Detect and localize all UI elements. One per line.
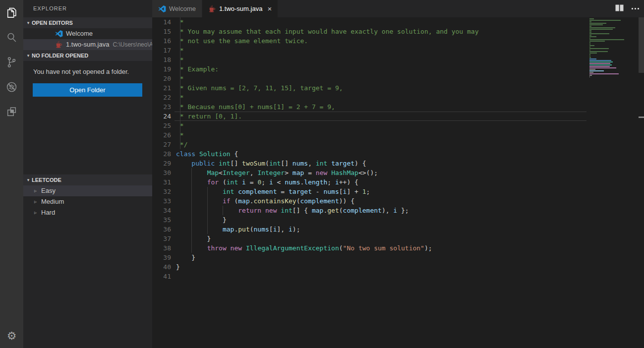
- leetcode-item-hard[interactable]: ▹Hard: [23, 207, 152, 218]
- minimap-line: [589, 45, 594, 46]
- minimap-line: [589, 33, 609, 34]
- line-content: if (map.containsKey(complement)) {: [176, 196, 354, 206]
- line-content: * Because nums[0] + nums[1] = 2 + 7 = 9,: [176, 102, 335, 112]
- tab-bar: Welcome1.two-sum.java×: [152, 0, 644, 17]
- minimap-line: [589, 57, 591, 58]
- minimap-line: [589, 18, 594, 19]
- minimap-line: [589, 32, 591, 33]
- minimap-line: [589, 23, 606, 24]
- section-label: NO FOLDER OPENED: [32, 50, 88, 61]
- line-number: 29: [152, 159, 171, 168]
- settings-gear-icon[interactable]: ⚙: [0, 327, 23, 344]
- line-content: */: [176, 140, 187, 149]
- leetcode-item-medium[interactable]: ▹Medium: [23, 196, 152, 207]
- close-tab-icon[interactable]: ×: [267, 5, 272, 12]
- open-folder-button[interactable]: Open Folder: [33, 83, 142, 97]
- code-line-27[interactable]: 27 */: [152, 140, 644, 149]
- line-number: 17: [152, 46, 171, 55]
- leetcode-item-easy[interactable]: ▹Easy: [23, 185, 152, 196]
- line-number: 27: [152, 140, 171, 149]
- code-line-32[interactable]: 32 int complement = target - nums[i] + 1…: [152, 187, 644, 196]
- code-line-16[interactable]: 16 * not use the same element twice.: [152, 36, 644, 46]
- scrollbar-thumb[interactable]: [639, 17, 644, 73]
- code-line-17[interactable]: 17 *: [152, 46, 644, 55]
- item-label: Hard: [41, 207, 55, 218]
- code-line-39[interactable]: 39 }: [152, 253, 644, 262]
- code-line-36[interactable]: 36 map.put(nums[i], i);: [152, 225, 644, 234]
- minimap-line: [589, 56, 590, 57]
- section-header-no-folder[interactable]: ▾ NO FOLDER OPENED: [23, 50, 152, 61]
- code-editor[interactable]: 14 *15 * You may assume that each input …: [152, 17, 644, 348]
- minimap-line: [589, 44, 590, 45]
- split-editor-icon[interactable]: [615, 4, 624, 13]
- sidebar-title: EXPLORER: [23, 0, 152, 17]
- line-content: * not use the same element twice.: [176, 36, 308, 46]
- code-line-26[interactable]: 26 *: [152, 130, 644, 140]
- search-icon[interactable]: [0, 25, 23, 50]
- item-label: Easy: [41, 185, 56, 196]
- code-line-22[interactable]: 22 *: [152, 93, 644, 102]
- tab-actions: [615, 0, 639, 17]
- minimap-line: [589, 60, 611, 61]
- minimap-line: [589, 54, 590, 55]
- line-content: public int[] twoSum(int[] nums, int targ…: [176, 159, 366, 168]
- minimap-line: [589, 67, 616, 68]
- code-line-31[interactable]: 31 for (int i = 0; i < nums.length; i++)…: [152, 177, 644, 187]
- minimap-line: [589, 39, 624, 40]
- source-control-icon[interactable]: [0, 50, 23, 74]
- tab-1.two-sum.java[interactable]: 1.two-sum.java×: [202, 0, 278, 17]
- code-line-41[interactable]: 41: [152, 272, 644, 281]
- line-number: 25: [152, 121, 171, 130]
- java-icon: [208, 5, 216, 13]
- vscode-icon: [158, 5, 166, 13]
- line-content: }: [176, 234, 211, 243]
- open-editors-list: Welcome1.two-sum.javaC:\Users\neo\AppDa.…: [23, 28, 152, 50]
- code-line-29[interactable]: 29 public int[] twoSum(int[] nums, int t…: [152, 159, 644, 168]
- line-number: 35: [152, 215, 171, 225]
- minimap-line: [589, 50, 590, 51]
- code-line-19[interactable]: 19 * Example:: [152, 64, 644, 74]
- extensions-icon[interactable]: [0, 99, 23, 124]
- tab-label: 1.two-sum.java: [219, 5, 262, 12]
- line-content: * Given nums = [2, 7, 11, 15], target = …: [176, 83, 343, 93]
- tab-welcome[interactable]: Welcome: [152, 0, 202, 17]
- code-line-35[interactable]: 35 }: [152, 215, 644, 225]
- code-line-30[interactable]: 30 Map<Integer, Integer> map = new HashM…: [152, 168, 644, 177]
- code-line-23[interactable]: 23 * Because nums[0] + nums[1] = 2 + 7 =…: [152, 102, 644, 112]
- files-icon[interactable]: [0, 0, 23, 25]
- section-header-open-editors[interactable]: ▾ OPEN EDITORS: [23, 17, 152, 28]
- line-number: 19: [152, 64, 171, 74]
- minimap-line: [589, 47, 590, 48]
- code-line-18[interactable]: 18 *: [152, 55, 644, 64]
- code-line-25[interactable]: 25 *: [152, 121, 644, 130]
- code-line-34[interactable]: 34 return new int[] { map.get(complement…: [152, 206, 644, 215]
- code-line-40[interactable]: 40}: [152, 262, 644, 272]
- code-line-28[interactable]: 28class Solution {: [152, 149, 644, 159]
- code-line-15[interactable]: 15 * You may assume that each input woul…: [152, 27, 644, 36]
- line-content: Map<Integer, Integer> map = new HashMap<…: [176, 168, 378, 177]
- open-editor-item-1.two-sum.java[interactable]: 1.two-sum.javaC:\Users\neo\AppDa..: [23, 39, 152, 50]
- code-line-20[interactable]: 20 *: [152, 74, 644, 83]
- code-line-38[interactable]: 38 throw new IllegalArgumentException("N…: [152, 243, 644, 253]
- more-actions-icon[interactable]: [632, 8, 639, 9]
- code-line-24[interactable]: 24 * return [0, 1].: [152, 112, 644, 121]
- section-header-leetcode[interactable]: ▾ LEETCODE: [23, 174, 152, 185]
- vscode-window: ⚙ EXPLORER ▾ OPEN EDITORS Welcome1.two-s…: [0, 0, 644, 348]
- code-line-14[interactable]: 14 *: [152, 17, 644, 27]
- minimap-line: [589, 27, 615, 28]
- tabs: Welcome1.two-sum.java×: [152, 0, 278, 17]
- open-editor-item-welcome[interactable]: Welcome: [23, 28, 152, 39]
- debug-icon[interactable]: [0, 74, 23, 99]
- code-line-21[interactable]: 21 * Given nums = [2, 7, 11, 15], target…: [152, 83, 644, 93]
- minimap-line: [589, 20, 621, 21]
- vertical-scrollbar[interactable]: [639, 17, 644, 348]
- line-number: 21: [152, 83, 171, 93]
- section-label: OPEN EDITORS: [32, 17, 73, 28]
- code-line-33[interactable]: 33 if (map.containsKey(complement)) {: [152, 196, 644, 206]
- chevron-down-icon: ▾: [25, 174, 32, 185]
- line-number: 41: [152, 272, 171, 281]
- minimap[interactable]: [586, 18, 638, 79]
- code-line-37[interactable]: 37 }: [152, 234, 644, 243]
- line-number: 28: [152, 149, 171, 159]
- item-label: 1.two-sum.java: [66, 39, 109, 50]
